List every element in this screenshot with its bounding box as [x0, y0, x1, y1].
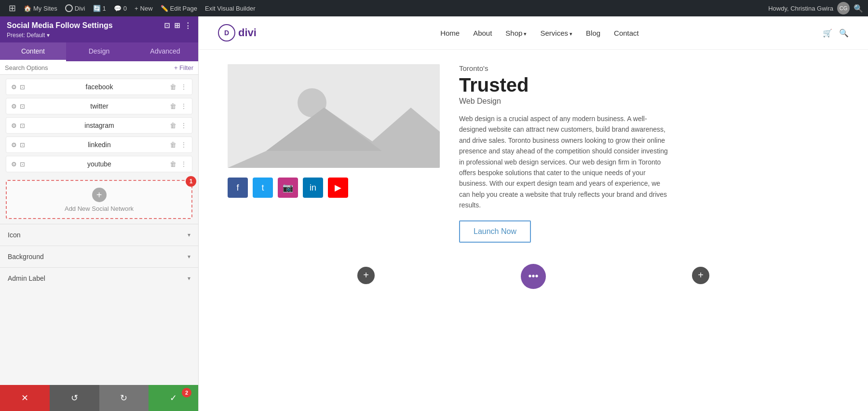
icon-section-label: Icon — [8, 231, 20, 239]
save-button[interactable]: ✓ 2 — [149, 385, 198, 411]
pencil-icon: ✏️ — [161, 5, 168, 12]
settings-icon-twitter[interactable]: ⚙ — [11, 103, 17, 110]
copy-icon-twitter[interactable]: ⊡ — [20, 103, 25, 110]
new-item[interactable]: + New — [131, 0, 157, 16]
social-item-linkedin[interactable]: ⚙ ⊡ linkedin 🗑 ⋮ — [6, 137, 192, 153]
nav-services[interactable]: Services — [540, 29, 572, 37]
home-icon: 🏠 — [24, 5, 31, 12]
nav-links: Home About Shop Services Blog Contact — [440, 29, 639, 37]
drag-icon-linkedin[interactable]: ⋮ — [180, 141, 187, 149]
settings-icon-youtube[interactable]: ⚙ — [11, 161, 17, 168]
divi-item[interactable]: Divi — [61, 0, 89, 16]
search-input[interactable] — [5, 64, 171, 71]
social-name-facebook: facebook — [29, 83, 170, 91]
search-icon[interactable]: 🔍 — [839, 28, 849, 38]
filter-button[interactable]: + Filter — [174, 64, 193, 71]
delete-icon-instagram[interactable]: 🗑 — [170, 122, 176, 129]
social-name-instagram: instagram — [29, 122, 170, 129]
delete-icon-linkedin[interactable]: 🗑 — [170, 141, 176, 149]
edit-page-item[interactable]: ✏️ Edit Page — [157, 0, 201, 16]
exit-builder-label: Exit Visual Builder — [205, 5, 256, 12]
social-item-youtube[interactable]: ⚙ ⊡ youtube 🗑 ⋮ — [6, 156, 192, 172]
builder-menu-circle[interactable]: ••• — [521, 264, 546, 289]
social-name-linkedin: linkedin — [29, 141, 170, 149]
drag-icon-youtube[interactable]: ⋮ — [180, 160, 187, 168]
content-main-title: Trusted — [459, 74, 839, 96]
social-item-instagram[interactable]: ⚙ ⊡ instagram 🗑 ⋮ — [6, 117, 192, 134]
add-new-social-button[interactable]: + Add New Social Network 1 — [6, 180, 192, 219]
comment-count: 0 — [123, 5, 127, 12]
nav-contact[interactable]: Contact — [614, 29, 639, 37]
social-twitter-btn[interactable]: t — [253, 178, 273, 198]
placeholder-image — [228, 64, 440, 168]
panel-header: Social Media Follow Settings ⊡ ⊞ ⋮ Prese… — [0, 16, 198, 42]
icon-chevron-icon: ▾ — [188, 232, 190, 238]
icon-section-toggle[interactable]: Icon ▾ — [0, 224, 198, 246]
save-icon: ✓ — [170, 393, 177, 403]
logo-icon: D — [218, 24, 235, 41]
undo-button[interactable]: ↺ — [50, 385, 99, 411]
copy-icon-facebook[interactable]: ⊡ — [20, 83, 25, 91]
builder-add-left[interactable]: + — [357, 267, 375, 284]
preset-chevron: ▾ — [47, 32, 50, 39]
preset-label: Preset: Default — [7, 32, 45, 39]
right-panel: D divi Home About Shop Services Blog Con… — [199, 16, 868, 411]
drag-icon-twitter[interactable]: ⋮ — [180, 102, 187, 110]
delete-icon-facebook[interactable]: 🗑 — [170, 83, 176, 91]
background-section-toggle[interactable]: Background ▾ — [0, 246, 198, 267]
nav-about[interactable]: About — [473, 29, 492, 37]
social-item-facebook[interactable]: ⚙ ⊡ facebook 🗑 ⋮ — [6, 79, 192, 95]
copy-icon-youtube[interactable]: ⊡ — [20, 161, 25, 168]
social-name-twitter: twitter — [29, 102, 170, 110]
bubble-icon: 💬 — [114, 5, 122, 12]
nav-blog[interactable]: Blog — [586, 29, 600, 37]
builder-add-right[interactable]: + — [692, 267, 709, 284]
cancel-button[interactable]: ✕ — [0, 385, 50, 411]
social-youtube-btn[interactable]: ▶ — [328, 178, 348, 198]
social-instagram-btn[interactable]: 📷 — [278, 178, 298, 198]
social-item-twitter[interactable]: ⚙ ⊡ twitter 🗑 ⋮ — [6, 98, 192, 114]
admin-label-section-label: Admin Label — [8, 274, 45, 282]
panel-grid-icon[interactable]: ⊞ — [174, 21, 180, 30]
wp-icon: ⊞ — [9, 3, 16, 14]
delete-icon-youtube[interactable]: 🗑 — [170, 160, 176, 168]
panel-bottom-bar: ✕ ↺ ↻ ✓ 2 — [0, 385, 198, 411]
tab-content[interactable]: Content — [0, 42, 66, 61]
nav-shop[interactable]: Shop — [505, 29, 527, 37]
copy-icon-instagram[interactable]: ⊡ — [20, 122, 25, 129]
left-panel: Social Media Follow Settings ⊡ ⊞ ⋮ Prese… — [0, 16, 199, 411]
tab-advanced[interactable]: Advanced — [132, 42, 198, 61]
social-linkedin-btn[interactable]: in — [303, 178, 323, 198]
launch-now-button[interactable]: Launch Now — [459, 220, 531, 243]
redo-button[interactable]: ↻ — [99, 385, 149, 411]
social-name-youtube: youtube — [29, 160, 170, 168]
drag-icon-facebook[interactable]: ⋮ — [180, 83, 187, 91]
wp-admin-bar: ⊞ 🏠 My Sites Divi 🔄 1 💬 0 + New ✏️ Edit … — [0, 0, 868, 16]
wp-logo-item[interactable]: ⊞ — [5, 0, 20, 16]
social-icons-row: f t 📷 in ▶ — [228, 178, 440, 198]
background-chevron-icon: ▾ — [188, 253, 190, 260]
tab-design[interactable]: Design — [66, 42, 132, 61]
nav-home[interactable]: Home — [440, 29, 460, 37]
search-bar-icon[interactable]: 🔍 — [854, 4, 863, 13]
panel-title-text: Social Media Follow Settings — [7, 21, 113, 30]
drag-icon-instagram[interactable]: ⋮ — [180, 122, 187, 129]
panel-search: + Filter — [0, 61, 198, 75]
panel-menu-icon[interactable]: ⋮ — [184, 21, 191, 30]
settings-icon-facebook[interactable]: ⚙ — [11, 83, 17, 91]
my-sites-item[interactable]: 🏠 My Sites — [20, 0, 61, 16]
cart-icon[interactable]: 🛒 — [823, 28, 832, 38]
cancel-icon: ✕ — [21, 393, 28, 403]
plus-icon: + — [135, 5, 138, 12]
panel-minimize-icon[interactable]: ⊡ — [164, 21, 170, 30]
copy-icon-linkedin[interactable]: ⊡ — [20, 141, 25, 149]
admin-label-section-toggle[interactable]: Admin Label ▾ — [0, 267, 198, 289]
settings-icon-instagram[interactable]: ⚙ — [11, 122, 17, 129]
comment-bubble-item[interactable]: 💬 0 — [110, 0, 131, 16]
exit-builder-item[interactable]: Exit Visual Builder — [201, 0, 259, 16]
panel-preset[interactable]: Preset: Default ▾ — [7, 32, 191, 39]
social-facebook-btn[interactable]: f — [228, 178, 248, 198]
settings-icon-linkedin[interactable]: ⚙ — [11, 141, 17, 149]
comments-item[interactable]: 🔄 1 — [89, 0, 110, 16]
delete-icon-twitter[interactable]: 🗑 — [170, 102, 176, 110]
